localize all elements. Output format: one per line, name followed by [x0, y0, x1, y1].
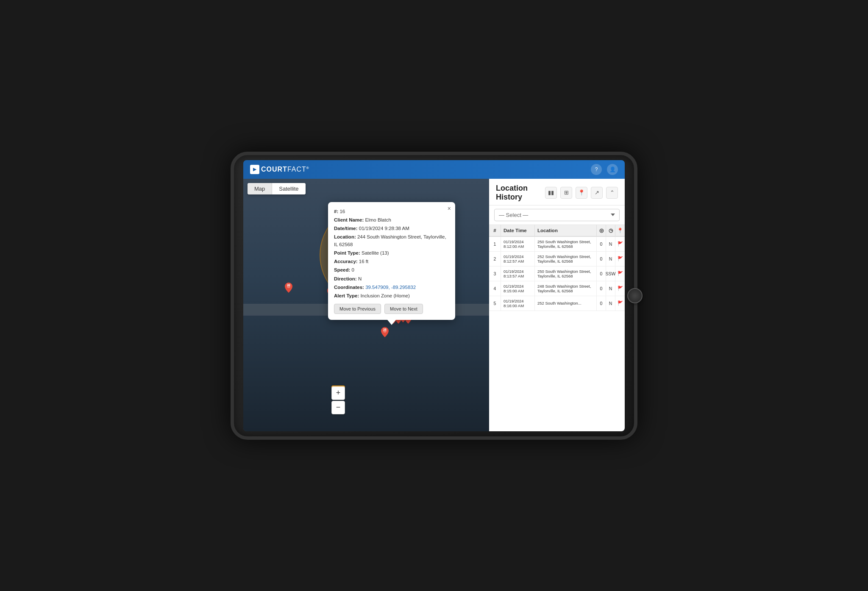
popup-accuracy-row: Accuracy: 16 ft — [334, 258, 449, 265]
td-col4: 0 — [597, 296, 606, 311]
panel-toolbar: ▮▮ ⊞ 📍 ↗ ⌃ — [545, 187, 618, 199]
header-right: ? 👤 — [591, 164, 618, 175]
table-row[interactable]: 3 01/19/2024 8:13:57 AM 250 South Washin… — [489, 266, 625, 281]
collapse-button[interactable]: ⌃ — [606, 187, 618, 199]
th-location: Location — [535, 225, 597, 236]
popup-datetime-row: Date/time: 01/19/2024 9:28:38 AM — [334, 225, 449, 232]
panel-title: Location History — [496, 184, 545, 202]
td-location: 250 South Washington Street, Taylorville… — [535, 237, 597, 251]
td-num: 4 — [489, 281, 501, 296]
popup-number-row: #: 16 — [334, 208, 449, 215]
td-location: 252 South Washington Street, Taylorville… — [535, 252, 597, 266]
td-datetime: 01/19/2024 8:13:57 AM — [501, 266, 535, 281]
popup-pointtype-label: Point Type: — [334, 250, 360, 255]
popup-speed-value: 0 — [352, 267, 354, 272]
td-col5: N — [606, 237, 615, 251]
location-popup: × #: 16 Client Name: Elmo Blatch Date/ti… — [328, 202, 455, 320]
td-col6[interactable]: 🚩 — [615, 281, 625, 296]
tablet-home-button[interactable] — [627, 288, 643, 303]
map-marker[interactable]: 26 — [381, 327, 389, 337]
td-num: 5 — [489, 296, 501, 311]
th-datetime: Date Time — [501, 225, 535, 236]
popup-speed-label: Speed: — [334, 267, 350, 272]
table-row[interactable]: 1 01/19/2024 8:12:00 AM 250 South Washin… — [489, 237, 625, 252]
zoom-controls: + − — [331, 386, 345, 414]
location-button[interactable]: 📍 — [576, 187, 587, 199]
move-previous-button[interactable]: Move to Previous — [334, 304, 381, 314]
popup-number-label: #: — [334, 209, 338, 214]
satellite-button[interactable]: Satellite — [272, 183, 305, 194]
td-num: 3 — [489, 266, 501, 281]
td-col6[interactable]: 🚩 — [615, 296, 625, 311]
popup-pointtype-value: Satellite (13) — [362, 250, 389, 255]
popup-alerttype-label: Alert Type: — [334, 293, 359, 298]
table-header: # Date Time Location ◎ ◷ 📍 — [489, 225, 625, 237]
td-col5: N — [606, 281, 615, 296]
td-num: 1 — [489, 237, 501, 251]
popup-coords-value: 39.547909, -89.295832 — [365, 285, 416, 290]
table-row[interactable]: 2 01/19/2024 8:12:57 AM 252 South Washin… — [489, 252, 625, 266]
popup-client-value: Elmo Blatch — [365, 217, 391, 222]
td-col6[interactable]: 🚩 — [615, 266, 625, 281]
table-row[interactable]: 5 01/19/2024 8:16:00 AM 252 South Washin… — [489, 296, 625, 311]
popup-coords-row: Coordinates: 39.547909, -89.295832 — [334, 284, 449, 291]
popup-direction-value: N — [358, 276, 362, 281]
td-col5: N — [606, 252, 615, 266]
map-marker[interactable]: 30 — [285, 283, 292, 293]
popup-number-value: 16 — [339, 209, 345, 214]
popup-client-label: Client Name: — [334, 217, 364, 222]
main-content: Map Satellite 30 31 — [243, 179, 625, 431]
table-body: 1 01/19/2024 8:12:00 AM 250 South Washin… — [489, 237, 625, 311]
td-datetime: 01/19/2024 8:12:57 AM — [501, 252, 535, 266]
th-accuracy: ◎ — [597, 225, 606, 236]
popup-close-button[interactable]: × — [448, 205, 451, 211]
popup-alerttype-row: Alert Type: Inclusion Zone (Home) — [334, 292, 449, 300]
popup-coords-label: Coordinates: — [334, 285, 364, 290]
popup-client-row: Client Name: Elmo Blatch — [334, 216, 449, 224]
td-datetime: 01/19/2024 8:15:00 AM — [501, 281, 535, 296]
popup-location-row: Location: 244 South Washington Street, T… — [334, 233, 449, 248]
right-panel: Location History ▮▮ ⊞ 📍 ↗ ⌃ — Select — — [489, 179, 625, 431]
popup-direction-row: Direction: N — [334, 275, 449, 283]
td-col4: 0 — [597, 252, 606, 266]
tablet-screen: ▶ COURTFACT® ? 👤 Map Satellite — [243, 160, 625, 431]
popup-speed-row: Speed: 0 — [334, 266, 449, 274]
table-row[interactable]: 4 01/19/2024 8:15:00 AM 248 South Washin… — [489, 281, 625, 296]
share-button[interactable]: ↗ — [591, 187, 603, 199]
popup-datetime-value: 01/19/2024 9:28:38 AM — [359, 226, 409, 231]
logo-icon: ▶ — [250, 165, 259, 174]
help-icon[interactable]: ? — [591, 164, 602, 175]
popup-datetime-label: Date/time: — [334, 226, 358, 231]
tablet-shell: ▶ COURTFACT® ? 👤 Map Satellite — [231, 152, 637, 440]
td-location: 248 South Washington Street, Taylorville… — [535, 281, 597, 296]
td-datetime: 01/19/2024 8:16:00 AM — [501, 296, 535, 311]
td-col5: N — [606, 296, 615, 311]
app-header: ▶ COURTFACT® ? 👤 — [243, 160, 625, 179]
popup-direction-label: Direction: — [334, 276, 357, 281]
grid-button[interactable]: ⊞ — [560, 187, 572, 199]
user-avatar[interactable]: 👤 — [607, 164, 618, 175]
td-col5: SSW — [606, 266, 615, 281]
panel-header: Location History ▮▮ ⊞ 📍 ↗ ⌃ — [489, 179, 625, 205]
th-direction: ◷ — [606, 225, 615, 236]
popup-accuracy-label: Accuracy: — [334, 259, 358, 264]
filter-select[interactable]: — Select — — [494, 209, 620, 221]
th-number: # — [489, 225, 501, 236]
map-toggle: Map Satellite — [248, 183, 306, 194]
map-area: Map Satellite 30 31 — [243, 179, 489, 431]
move-next-button[interactable]: Move to Next — [384, 304, 423, 314]
panel-select-wrapper: — Select — — [489, 205, 625, 225]
th-pin: 📍 — [615, 225, 625, 236]
popup-location-label: Location: — [334, 234, 356, 239]
td-col4: 0 — [597, 237, 606, 251]
popup-alerttype-value: Inclusion Zone (Home) — [360, 293, 409, 298]
td-col6[interactable]: 🚩 — [615, 252, 625, 266]
zoom-out-button[interactable]: − — [331, 401, 345, 414]
td-location: 250 South Washington Street, Taylorville… — [535, 266, 597, 281]
zoom-in-button[interactable]: + — [331, 386, 345, 400]
map-button[interactable]: Map — [248, 183, 272, 194]
copy-button[interactable]: ▮▮ — [545, 187, 557, 199]
td-col6[interactable]: 🚩 — [615, 237, 625, 251]
td-num: 2 — [489, 252, 501, 266]
popup-accuracy-value: 16 ft — [359, 259, 368, 264]
